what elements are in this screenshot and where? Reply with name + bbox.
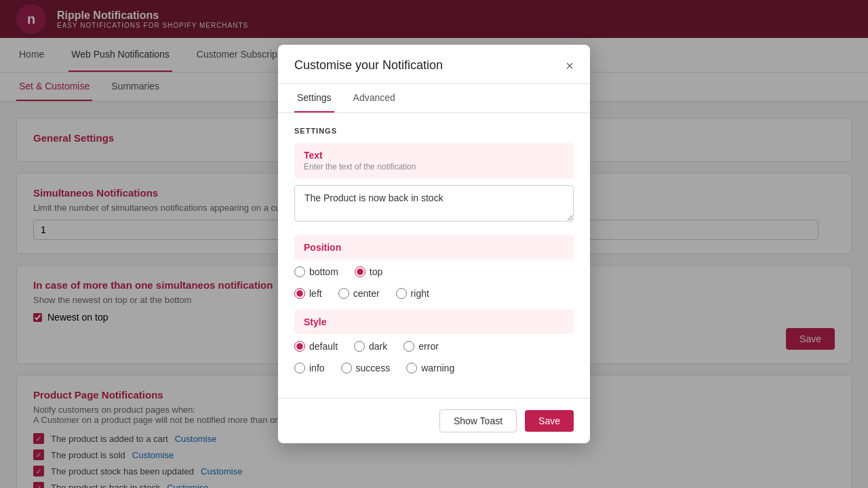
radio-success[interactable]: success — [341, 363, 391, 373]
settings-section-label: SETTINGS — [294, 127, 574, 135]
customise-modal: Customise your Notification × Settings A… — [278, 45, 590, 443]
tab-advanced[interactable]: Advanced — [351, 84, 398, 113]
position-field-header: Position — [294, 235, 574, 260]
text-field-desc: Enter the text of the notification — [304, 162, 564, 171]
radio-bottom-input[interactable] — [294, 266, 305, 277]
position-row2: left center right — [294, 288, 574, 299]
tab-settings[interactable]: Settings — [294, 84, 334, 113]
radio-warning-input[interactable] — [406, 363, 417, 373]
radio-warning[interactable]: warning — [406, 363, 454, 373]
modal-footer: Show Toast Save — [278, 398, 590, 443]
modal-overlay: Customise your Notification × Settings A… — [0, 0, 868, 488]
radio-center[interactable]: center — [338, 288, 380, 299]
radio-right[interactable]: right — [396, 288, 429, 299]
modal-close-button[interactable]: × — [566, 59, 574, 73]
style-row1: default dark error — [294, 341, 574, 352]
style-field-title: Style — [304, 317, 564, 327]
radio-error-input[interactable] — [403, 341, 414, 352]
modal-title: Customise your Notification — [294, 58, 443, 73]
radio-bottom[interactable]: bottom — [294, 266, 338, 277]
radio-dark[interactable]: dark — [354, 341, 387, 352]
modal-save-button[interactable]: Save — [525, 410, 574, 432]
radio-default[interactable]: default — [294, 341, 338, 352]
radio-top-input[interactable] — [355, 266, 366, 277]
style-row2: info success warning — [294, 363, 574, 373]
radio-error[interactable]: error — [403, 341, 439, 352]
radio-default-input[interactable] — [294, 341, 305, 352]
position-row1: bottom top — [294, 266, 574, 277]
radio-right-input[interactable] — [396, 288, 407, 299]
modal-header: Customise your Notification × — [278, 45, 590, 84]
radio-left[interactable]: left — [294, 288, 322, 299]
radio-info-input[interactable] — [294, 363, 305, 373]
modal-tabs: Settings Advanced — [278, 84, 590, 113]
show-toast-button[interactable]: Show Toast — [439, 409, 517, 432]
text-field-header: Text Enter the text of the notification — [294, 143, 574, 178]
radio-success-input[interactable] — [341, 363, 352, 373]
position-field-title: Position — [304, 242, 564, 253]
radio-info[interactable]: info — [294, 363, 325, 373]
modal-body: SETTINGS Text Enter the text of the noti… — [278, 113, 590, 398]
radio-top[interactable]: top — [355, 266, 382, 277]
notification-text-input[interactable] — [294, 185, 574, 222]
radio-center-input[interactable] — [338, 288, 349, 299]
radio-left-input[interactable] — [294, 288, 305, 299]
text-field-title: Text — [304, 150, 564, 161]
radio-dark-input[interactable] — [354, 341, 365, 352]
style-field-header: Style — [294, 310, 574, 334]
